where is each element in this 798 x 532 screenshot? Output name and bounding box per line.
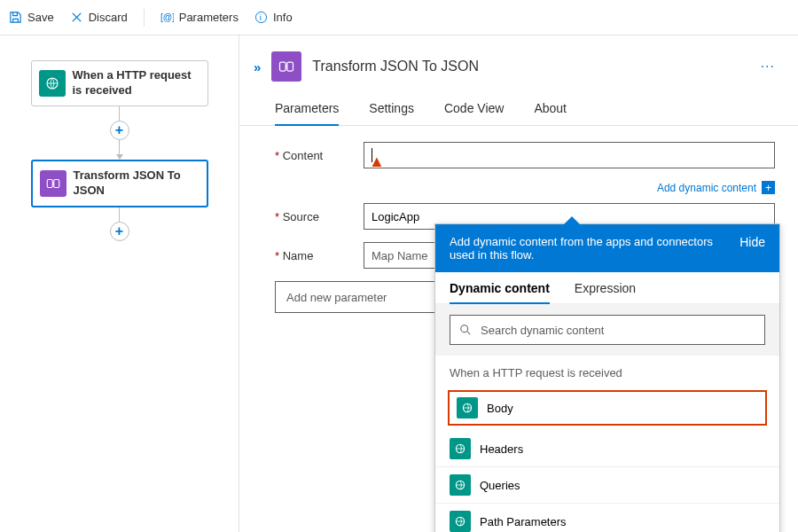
discard-label: Discard (89, 11, 128, 24)
dynamic-group-title: When a HTTP request is received (435, 356, 779, 385)
tab-dynamic-content[interactable]: Dynamic content (450, 281, 550, 304)
http-trigger-icon (457, 397, 478, 419)
add-dynamic-label: Add dynamic content (657, 182, 756, 194)
dynamic-panel-header: Add dynamic content from the apps and co… (435, 224, 779, 272)
connector-line (119, 207, 120, 222)
dynamic-item-label: Path Parameters (480, 515, 567, 528)
toolbar-separator (144, 9, 145, 27)
name-label: * Name (275, 249, 364, 262)
http-trigger-icon (450, 474, 471, 496)
save-label: Save (27, 11, 54, 24)
action-node-label: Transform JSON To JSON (74, 168, 200, 199)
designer-canvas[interactable]: When a HTTP request is received + Transf… (0, 35, 239, 532)
add-step-button[interactable]: + (110, 121, 129, 140)
hide-link[interactable]: Hide (739, 235, 765, 249)
search-icon (459, 324, 472, 336)
dynamic-tabs: Dynamic content Expression (435, 272, 779, 304)
info-icon: i (254, 11, 268, 24)
add-step-button[interactable]: + (110, 222, 129, 241)
dynamic-panel-description: Add dynamic content from the apps and co… (450, 235, 731, 262)
http-trigger-icon (450, 438, 471, 459)
dynamic-item-headers[interactable]: Headers (435, 431, 779, 467)
action-settings-pane: » Transform JSON To JSON ··· Parameters … (239, 35, 798, 532)
add-dynamic-content-link[interactable]: Add dynamic content + (364, 181, 775, 194)
pane-title: Transform JSON To JSON (312, 59, 479, 74)
pane-tabs: Parameters Settings Code View About (239, 89, 798, 126)
http-trigger-icon (39, 70, 66, 97)
connector-line (119, 106, 120, 121)
command-bar: Save Discard [@] Parameters i Info (0, 0, 798, 35)
svg-rect-7 (287, 62, 293, 71)
arrow-down-icon (116, 154, 123, 160)
source-label: * Source (275, 210, 364, 223)
tab-settings[interactable]: Settings (369, 96, 414, 125)
tab-expression[interactable]: Expression (575, 281, 636, 303)
dynamic-item-label: Queries (480, 479, 520, 492)
svg-rect-4 (47, 179, 52, 187)
parameters-button[interactable]: [@] Parameters (160, 11, 239, 24)
parameters-icon: [@] (160, 11, 174, 24)
dynamic-item-label: Body (487, 402, 513, 415)
content-label: * Content (275, 149, 364, 162)
svg-rect-5 (53, 179, 59, 187)
dynamic-item-body[interactable]: Body (448, 390, 767, 426)
pane-header: » Transform JSON To JSON ··· (239, 35, 798, 89)
save-icon (9, 11, 22, 24)
trigger-node-label: When a HTTP request is received (73, 68, 200, 98)
action-node[interactable]: Transform JSON To JSON (31, 160, 208, 207)
plus-icon: + (762, 181, 775, 194)
tab-codeview[interactable]: Code View (444, 96, 504, 125)
info-label: Info (273, 11, 293, 24)
info-button[interactable]: i Info (254, 11, 293, 24)
tab-about[interactable]: About (534, 96, 567, 125)
svg-rect-6 (280, 62, 286, 71)
discard-button[interactable]: Discard (70, 11, 128, 24)
liquid-transform-icon (271, 51, 301, 82)
dynamic-item-queries[interactable]: Queries (435, 467, 779, 504)
save-button[interactable]: Save (9, 11, 54, 24)
dynamic-item-path-parameters[interactable]: Path Parameters (435, 504, 779, 532)
dynamic-search-input[interactable]: Search dynamic content (450, 315, 765, 345)
dynamic-search-placeholder: Search dynamic content (481, 324, 604, 337)
content-input[interactable] (364, 142, 775, 168)
tab-parameters[interactable]: Parameters (275, 96, 339, 126)
svg-text:i: i (260, 13, 262, 22)
trigger-node[interactable]: When a HTTP request is received (31, 60, 208, 106)
more-options-icon[interactable]: ··· (761, 59, 775, 74)
discard-icon (70, 11, 83, 24)
dynamic-content-panel: Add dynamic content from the apps and co… (434, 223, 780, 532)
liquid-transform-icon (40, 170, 66, 197)
callout-arrow-icon (564, 216, 580, 224)
parameters-label: Parameters (179, 11, 239, 24)
http-trigger-icon (450, 511, 471, 532)
annotation-arrow-icon: ▲ (369, 153, 385, 171)
collapse-pane-icon[interactable]: » (254, 59, 261, 74)
connector-line (119, 140, 120, 154)
dynamic-item-label: Headers (480, 442, 523, 456)
svg-point-8 (461, 325, 468, 332)
svg-text:[@]: [@] (160, 12, 174, 22)
